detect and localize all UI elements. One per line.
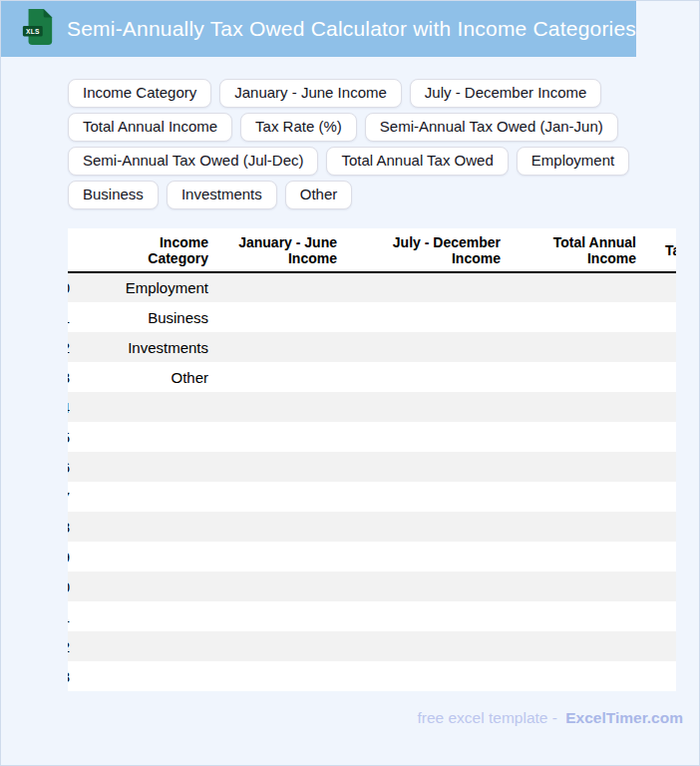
tax-rate-cell	[646, 482, 676, 512]
table-body: 0 Employment 1 Business 2 Investments 3 …	[68, 272, 676, 691]
chip-july-december-income[interactable]: July - December Income	[410, 79, 602, 108]
jan-jun-income-cell	[218, 572, 347, 601]
row-index: 12	[68, 631, 78, 661]
table-row: 8	[68, 512, 676, 542]
table-row: 7	[68, 482, 676, 512]
total-annual-income-cell	[511, 542, 646, 572]
tax-rate-cell	[646, 452, 676, 482]
tax-rate-cell	[646, 422, 676, 452]
row-index: 9	[68, 542, 78, 572]
chip-january-june-income[interactable]: January - June Income	[219, 79, 402, 108]
table-row: 3 Other	[68, 362, 676, 392]
jul-dec-income-cell	[347, 542, 511, 572]
jan-jun-income-cell	[218, 332, 347, 362]
row-index: 10	[68, 572, 78, 601]
keyword-chip-list: Income CategoryJanuary - June IncomeJuly…	[68, 79, 680, 209]
income-category-cell	[78, 572, 218, 601]
total-annual-income-cell	[511, 302, 646, 332]
total-annual-income-cell	[511, 512, 646, 542]
jul-dec-income-cell	[347, 512, 511, 542]
spreadsheet-preview: Income CategoryJanuary - June IncomeJuly…	[68, 228, 676, 693]
jan-jun-income-cell	[218, 452, 347, 482]
jul-dec-income-cell	[347, 452, 511, 482]
row-index: 11	[68, 601, 78, 631]
row-index: 0	[68, 272, 78, 302]
jan-jun-income-cell	[218, 542, 347, 572]
income-category-cell	[78, 422, 218, 452]
jul-dec-income-cell	[347, 362, 511, 392]
jan-jun-income-cell	[218, 272, 347, 302]
tax-rate-cell	[646, 542, 676, 572]
tax-rate-cell	[646, 392, 676, 422]
income-category-cell	[78, 392, 218, 422]
chip-semi-annual-tax-owed-jul-dec[interactable]: Semi-Annual Tax Owed (Jul-Dec)	[68, 147, 318, 176]
footer-note: free excel template - ExcelTimer.com	[417, 709, 683, 727]
tax-rate-cell	[646, 512, 676, 542]
table-row: 9	[68, 542, 676, 572]
jan-jun-income-cell	[218, 392, 347, 422]
income-category-cell	[78, 482, 218, 512]
total-annual-income-cell	[511, 272, 646, 302]
total-annual-income-cell	[511, 661, 646, 691]
column-header-january-june-income: January - June Income	[218, 228, 347, 272]
income-category-cell	[78, 512, 218, 542]
jul-dec-income-cell	[347, 482, 511, 512]
jul-dec-income-cell	[347, 302, 511, 332]
chip-tax-rate[interactable]: Tax Rate (%)	[240, 113, 357, 142]
xls-icon-label: XLS	[26, 28, 40, 35]
jul-dec-income-cell	[347, 661, 511, 691]
tax-rate-cell	[646, 362, 676, 392]
income-category-cell: Investments	[78, 332, 218, 362]
jan-jun-income-cell	[218, 422, 347, 452]
table-row: 1 Business	[68, 302, 676, 332]
row-index: 13	[68, 661, 78, 691]
income-category-cell	[78, 631, 218, 661]
row-index: 7	[68, 482, 78, 512]
xls-file-icon: XLS	[21, 7, 55, 51]
income-category-cell	[78, 542, 218, 572]
jul-dec-income-cell	[347, 392, 511, 422]
jul-dec-income-cell	[347, 422, 511, 452]
chip-employment[interactable]: Employment	[517, 147, 629, 176]
income-category-cell: Business	[78, 302, 218, 332]
chip-investments[interactable]: Investments	[167, 181, 277, 209]
income-category-cell: Other	[78, 362, 218, 392]
brand-link[interactable]: ExcelTimer.com	[565, 709, 683, 726]
column-header-income-category: Income Category	[78, 228, 218, 272]
total-annual-income-cell	[511, 422, 646, 452]
row-index: 8	[68, 512, 78, 542]
jan-jun-income-cell	[218, 362, 347, 392]
table-header-row: Income CategoryJanuary - June IncomeJuly…	[68, 228, 676, 272]
tax-rate-cell	[646, 272, 676, 302]
column-header-tax-rate: Tax Rate (%)	[646, 228, 676, 272]
chip-total-annual-tax-owed[interactable]: Total Annual Tax Owed	[326, 147, 508, 176]
jan-jun-income-cell	[218, 601, 347, 631]
jul-dec-income-cell	[347, 601, 511, 631]
total-annual-income-cell	[511, 572, 646, 601]
income-category-cell	[78, 601, 218, 631]
income-category-cell	[78, 661, 218, 691]
income-category-cell: Employment	[78, 272, 218, 302]
row-index: 6	[68, 452, 78, 482]
data-table: Income CategoryJanuary - June IncomeJuly…	[68, 228, 676, 691]
tax-rate-cell	[646, 302, 676, 332]
jan-jun-income-cell	[218, 512, 347, 542]
chip-business[interactable]: Business	[68, 181, 159, 209]
table-row: 12	[68, 631, 676, 661]
chip-semi-annual-tax-owed-jan-jun[interactable]: Semi-Annual Tax Owed (Jan-Jun)	[365, 113, 618, 142]
total-annual-income-cell	[511, 631, 646, 661]
chip-income-category[interactable]: Income Category	[68, 79, 211, 108]
table-row: 11	[68, 601, 676, 631]
table-row: 4	[68, 392, 676, 422]
jul-dec-income-cell	[347, 272, 511, 302]
chip-total-annual-income[interactable]: Total Annual Income	[68, 113, 232, 142]
tax-rate-cell	[646, 631, 676, 661]
total-annual-income-cell	[511, 601, 646, 631]
row-index: 1	[68, 302, 78, 332]
jan-jun-income-cell	[218, 661, 347, 691]
tax-rate-cell	[646, 661, 676, 691]
total-annual-income-cell	[511, 452, 646, 482]
jul-dec-income-cell	[347, 332, 511, 362]
chip-other[interactable]: Other	[285, 181, 353, 209]
table-row: 10	[68, 572, 676, 601]
